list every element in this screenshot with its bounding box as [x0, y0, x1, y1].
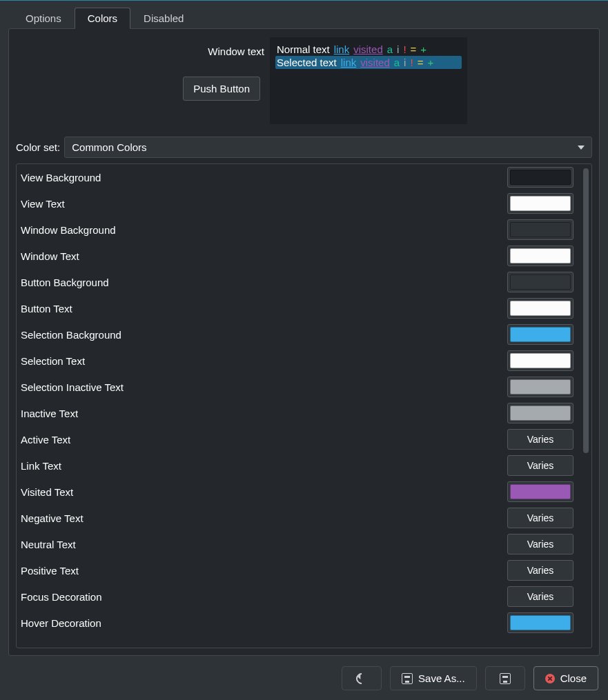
preview-view: Normal text link visited a i ! = + Selec… — [270, 37, 467, 124]
save-as-button[interactable]: Save As... — [390, 666, 477, 690]
color-item-label: Positive Text — [21, 565, 79, 577]
color-list-row[interactable]: Hover Decoration — [17, 610, 579, 636]
color-swatch — [510, 170, 571, 185]
color-list-row[interactable]: Selection Background — [17, 321, 579, 348]
color-list-row[interactable]: Button Background — [17, 269, 579, 295]
color-list-row[interactable]: Selection Inactive Text — [17, 374, 579, 400]
tab-colors[interactable]: Colors — [75, 8, 130, 29]
color-list-row[interactable]: Visited Text — [17, 479, 579, 505]
color-set-combobox[interactable]: Common Colors — [64, 137, 592, 158]
color-item-label: Active Text — [21, 434, 70, 446]
color-swatch-button[interactable] — [507, 193, 573, 214]
sample-neutral: = — [418, 57, 424, 68]
color-list-row[interactable]: Positive TextVaries — [17, 557, 579, 583]
sample-active: a — [387, 43, 393, 55]
scrollbar-thumb[interactable] — [583, 168, 589, 453]
color-list-row[interactable]: Button Text — [17, 295, 579, 321]
save-button[interactable] — [485, 666, 525, 690]
color-swatch — [510, 353, 571, 368]
sample-positive: + — [420, 43, 426, 55]
color-item-label: Link Text — [21, 460, 61, 472]
color-list-row[interactable]: Selection Text — [17, 348, 579, 374]
color-list-row[interactable]: Neutral TextVaries — [17, 531, 579, 557]
color-swatch-button[interactable] — [507, 481, 573, 502]
color-swatch-button[interactable]: Varies — [507, 560, 573, 581]
color-list-row[interactable]: Focus DecorationVaries — [17, 583, 579, 610]
varies-label: Varies — [527, 434, 554, 445]
tab-disabled[interactable]: Disabled — [130, 8, 197, 29]
color-swatch — [510, 406, 571, 421]
color-item-label: Neutral Text — [21, 539, 76, 550]
color-swatch-button[interactable]: Varies — [507, 534, 573, 554]
color-settings-dialog: { "tabs": { "options": "Options", "color… — [0, 0, 608, 700]
sample-active: a — [394, 57, 400, 68]
color-list-row[interactable]: Inactive Text — [17, 400, 579, 426]
varies-label: Varies — [527, 512, 554, 523]
color-list-row[interactable]: Window Text — [17, 243, 579, 269]
color-list-row[interactable]: Negative TextVaries — [17, 505, 579, 531]
tab-content-colors: Window text Push Button Normal text link… — [8, 28, 600, 656]
color-list-scroll: View BackgroundView TextWindow Backgroun… — [17, 164, 579, 648]
sample-row-normal[interactable]: Normal text link visited a i ! = + — [275, 43, 462, 56]
color-item-label: Button Background — [21, 277, 109, 288]
color-swatch — [510, 379, 571, 394]
tabbar: Options Colors Disabled — [0, 1, 608, 29]
color-item-label: Selection Background — [21, 329, 121, 341]
close-button[interactable]: Close — [533, 666, 598, 690]
color-swatch-button[interactable] — [507, 219, 573, 240]
color-list-row[interactable]: View Background — [17, 164, 579, 190]
sample-link: link — [334, 43, 350, 55]
color-swatch — [510, 274, 571, 290]
color-swatch-button[interactable] — [507, 246, 573, 266]
color-item-label: Window Text — [21, 250, 79, 262]
color-swatch-button[interactable] — [507, 298, 573, 319]
color-swatch-button[interactable]: Varies — [507, 508, 573, 528]
scrollbar[interactable] — [583, 168, 589, 643]
color-item-label: Focus Decoration — [21, 591, 102, 603]
color-swatch — [510, 222, 571, 237]
dialog-footer: Save As... Close — [0, 662, 608, 700]
color-swatch-button[interactable] — [507, 377, 573, 397]
save-icon — [402, 673, 413, 684]
color-swatch — [510, 484, 571, 499]
undo-button[interactable] — [342, 666, 382, 690]
color-set-label: Color set: — [16, 141, 60, 153]
tab-options[interactable]: Options — [12, 8, 75, 29]
color-swatch-button[interactable] — [507, 167, 573, 188]
color-list-row[interactable]: Link TextVaries — [17, 452, 579, 479]
varies-label: Varies — [527, 591, 554, 602]
push-button[interactable]: Push Button — [183, 77, 260, 101]
color-swatch — [510, 301, 571, 316]
color-item-label: Negative Text — [21, 512, 84, 524]
sample-negative: ! — [403, 43, 406, 55]
color-swatch-button[interactable] — [507, 272, 573, 292]
color-swatch-button[interactable]: Varies — [507, 586, 573, 607]
varies-label: Varies — [527, 565, 554, 576]
sample-negative: ! — [410, 57, 413, 68]
color-list-row[interactable]: View Text — [17, 190, 579, 217]
window-text-label: Window text — [208, 46, 264, 57]
color-swatch-button[interactable] — [507, 403, 573, 423]
color-list-row[interactable]: Active TextVaries — [17, 426, 579, 452]
sample-positive: + — [427, 57, 433, 68]
color-swatch-button[interactable] — [507, 612, 573, 633]
color-swatch-button[interactable] — [507, 350, 573, 371]
sample-neutral: = — [411, 43, 417, 55]
color-item-label: Inactive Text — [21, 408, 78, 419]
sample-visited: visited — [360, 57, 390, 68]
color-swatch-button[interactable]: Varies — [507, 455, 573, 476]
color-swatch — [510, 615, 571, 630]
varies-label: Varies — [527, 460, 554, 471]
color-swatch-button[interactable] — [507, 324, 573, 345]
sample-normal-text: Normal text — [277, 43, 330, 55]
color-item-label: Selection Inactive Text — [21, 381, 124, 393]
color-set-value: Common Colors — [72, 141, 146, 153]
color-item-label: Visited Text — [21, 486, 73, 498]
sample-row-selected[interactable]: Selected text link visited a i ! = + — [275, 56, 462, 69]
color-swatch-button[interactable]: Varies — [507, 429, 573, 450]
color-list-panel: View BackgroundView TextWindow Backgroun… — [16, 163, 592, 648]
color-swatch — [510, 248, 571, 263]
color-list-row[interactable]: Window Background — [17, 217, 579, 243]
color-set-row: Color set: Common Colors — [16, 137, 592, 158]
sample-inactive: i — [397, 43, 399, 55]
